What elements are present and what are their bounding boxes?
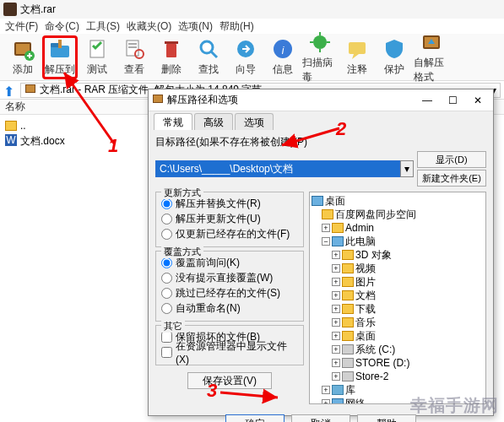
desktop-icon	[312, 196, 323, 206]
archive-icon	[24, 83, 36, 97]
tree-downloads: +下载	[312, 302, 484, 316]
svg-text:i: i	[282, 45, 285, 57]
maximize-button[interactable]: ☐	[441, 92, 464, 109]
downloads-icon	[342, 304, 354, 314]
extract-to-button[interactable]: 解压到	[42, 35, 78, 79]
new-folder-button[interactable]: 新建文件夹(E)	[417, 170, 486, 187]
test-button[interactable]: 测试	[79, 35, 115, 79]
view-icon	[122, 37, 146, 61]
radio-overwrite[interactable]: 没有提示直接覆盖(W)	[161, 270, 298, 285]
tab-general[interactable]: 常规	[154, 113, 192, 130]
tab-advanced[interactable]: 高级	[194, 113, 233, 130]
find-icon	[197, 37, 220, 61]
expander-icon[interactable]: −	[322, 237, 330, 246]
menu-commands[interactable]: 命令(C)	[45, 19, 79, 34]
radio-rename[interactable]: 自动重命名(N)	[161, 300, 298, 316]
close-button[interactable]: ✕	[466, 92, 490, 109]
menu-favorites[interactable]: 收藏夹(O)	[127, 19, 171, 34]
svg-rect-9	[128, 46, 137, 48]
display-button[interactable]: 显示(D)	[417, 151, 486, 168]
videos-icon	[342, 263, 354, 273]
menu-tools[interactable]: 工具(S)	[86, 19, 120, 34]
folder-icon	[322, 209, 333, 219]
expander-icon[interactable]: +	[332, 278, 340, 286]
menu-file[interactable]: 文件(F)	[5, 19, 38, 34]
target-path-input[interactable]	[155, 160, 400, 177]
virus-scan-button[interactable]: 扫描病毒	[302, 35, 338, 79]
delete-button[interactable]: 删除	[154, 35, 189, 79]
sfx-button[interactable]: 自解压格式	[414, 35, 449, 79]
menu-help[interactable]: 帮助(H)	[219, 19, 254, 34]
expander-icon[interactable]: +	[332, 291, 340, 300]
expander-icon[interactable]: +	[332, 305, 340, 313]
virus-icon	[308, 30, 332, 54]
window-title: 文档.rar	[20, 3, 56, 17]
expander-icon[interactable]: +	[332, 264, 340, 273]
save-settings-button[interactable]: 保存设置(V)	[187, 372, 272, 389]
tree-c-drive: +系统 (C:)	[312, 343, 484, 356]
view-button[interactable]: 查看	[117, 35, 152, 79]
tree-admin: +Admin	[312, 221, 484, 235]
tree-this-pc: −此电脑	[312, 235, 484, 248]
tree-pictures: +图片	[312, 275, 484, 289]
ok-button[interactable]: 确定	[225, 414, 285, 422]
comment-button[interactable]: 注释	[339, 35, 375, 79]
radio-skip[interactable]: 跳过已经存在的文件(S)	[161, 285, 298, 300]
info-icon: i	[271, 37, 295, 61]
cancel-button[interactable]: 取消	[291, 414, 350, 422]
up-icon[interactable]: ⬆	[3, 84, 17, 97]
drive-icon	[342, 371, 354, 381]
svg-point-18	[313, 35, 327, 49]
wizard-icon	[234, 37, 257, 61]
check-show-explorer[interactable]: 在资源管理器中显示文件(X)	[161, 344, 298, 360]
menu-options[interactable]: 选项(N)	[178, 19, 213, 34]
tree-desktop: 桌面	[312, 194, 484, 208]
docx-icon: W	[5, 134, 17, 149]
dropdown-icon[interactable]: ▾	[400, 160, 414, 177]
expander-icon[interactable]: +	[322, 386, 330, 394]
svg-rect-11	[166, 44, 176, 57]
svg-rect-23	[349, 42, 366, 54]
svg-rect-27	[26, 85, 35, 92]
tree-music: +音乐	[312, 316, 484, 329]
protect-button[interactable]: 保护	[377, 35, 412, 79]
expander-icon[interactable]: +	[332, 359, 340, 367]
tree-baidu: 百度网盘同步空间	[312, 208, 484, 221]
wizard-button[interactable]: 向导	[228, 35, 263, 79]
radio-extract-update[interactable]: 解压并更新文件(U)	[161, 211, 298, 226]
svg-rect-5	[58, 40, 62, 48]
expander-icon[interactable]: +	[322, 224, 330, 232]
svg-rect-31	[154, 95, 162, 102]
sfx-icon	[420, 30, 443, 54]
col-name: 名称	[5, 100, 25, 114]
test-icon	[85, 37, 109, 61]
expander-icon[interactable]: +	[332, 345, 340, 354]
misc-group: 其它 保留损坏的文件(B) 在资源管理器中显示文件(X)	[155, 325, 304, 365]
pictures-icon	[342, 277, 354, 287]
tree-documents: +文档	[312, 289, 484, 302]
expander-icon[interactable]: +	[332, 372, 340, 381]
radio-freshen[interactable]: 仅更新已经存在的文件(F)	[161, 226, 298, 241]
update-mode-group: 更新方式 解压并替换文件(R) 解压并更新文件(U) 仅更新已经存在的文件(F)	[155, 192, 304, 247]
svg-rect-8	[128, 43, 137, 45]
add-button[interactable]: 添加	[5, 35, 41, 79]
folder-tree[interactable]: 桌面 百度网盘同步空间 +Admin −此电脑 +3D 对象 +视频 +图片 +…	[309, 192, 486, 404]
find-button[interactable]: 查找	[191, 35, 226, 79]
tree-3d: +3D 对象	[312, 248, 484, 262]
overwrite-mode-group: 覆盖方式 覆盖前询问(K) 没有提示直接覆盖(W) 跳过已经存在的文件(S) 自…	[155, 251, 304, 322]
title-bar: 文档.rar	[0, 0, 504, 19]
user-icon	[332, 223, 344, 233]
folder-icon	[5, 121, 17, 131]
tab-options[interactable]: 选项	[235, 113, 274, 130]
info-button[interactable]: i 信息	[265, 35, 301, 79]
expander-icon[interactable]: +	[332, 251, 340, 259]
pc-icon	[332, 236, 344, 246]
dialog-icon	[152, 93, 164, 107]
expander-icon[interactable]: +	[322, 399, 330, 404]
expander-icon[interactable]: +	[332, 318, 340, 327]
tree-d-drive: +STORE (D:)	[312, 356, 484, 370]
expander-icon[interactable]: +	[332, 332, 340, 340]
svg-point-13	[201, 41, 213, 53]
minimize-button[interactable]: —	[415, 92, 439, 109]
help-button[interactable]: 帮助	[357, 414, 416, 422]
